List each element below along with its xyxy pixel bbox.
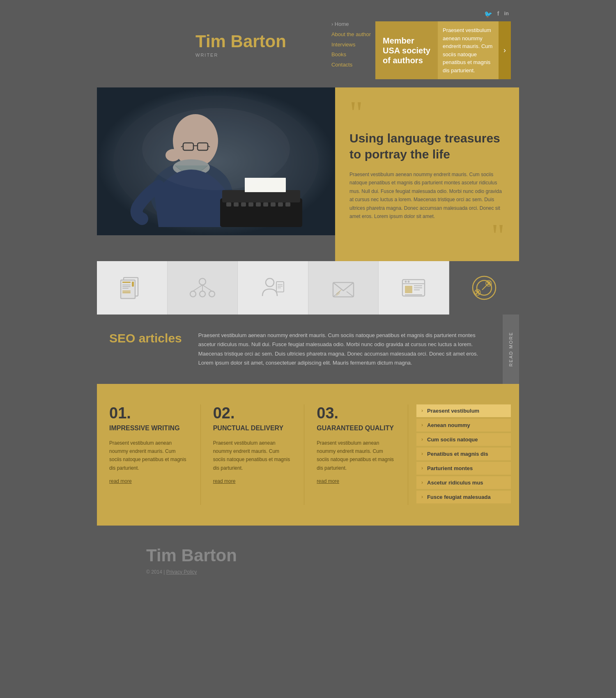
svg-line-37 — [193, 285, 202, 291]
svg-rect-20 — [278, 202, 283, 207]
feature-1-link[interactable]: read more — [109, 478, 188, 484]
svg-point-35 — [200, 291, 205, 297]
icon-cell-person-doc[interactable] — [238, 261, 308, 315]
footer: Tim Barton © 2014 | Privacy Policy — [97, 526, 519, 591]
member-arrow-button[interactable]: › — [499, 21, 511, 79]
svg-rect-28 — [122, 285, 131, 285]
feature-2-link[interactable]: read more — [213, 478, 292, 484]
nav-books[interactable]: Books — [331, 50, 371, 60]
list-item-row-3[interactable]: ›Penatibus et magnis dis — [416, 448, 511, 460]
feature-1-title: IMPRESSIVE WRITING — [109, 424, 188, 433]
member-description: Praesent vestibulum aenean noummy endrer… — [438, 21, 499, 79]
svg-point-33 — [199, 278, 206, 285]
icon-cell-browser[interactable] — [379, 261, 449, 315]
list-item-text-3: Penatibus et magnis dis — [427, 451, 488, 457]
nav-home[interactable]: › Home — [331, 19, 371, 30]
feature-3-title: GUARANTEED QUALITY — [317, 424, 395, 433]
site-tagline: WRITER — [195, 53, 286, 57]
list-item-arrow-2: › — [421, 436, 423, 442]
quote-heading: Using language treasures to portray the … — [349, 130, 505, 162]
navigation: › Home About the author Interviews Books… — [307, 19, 371, 70]
header: Tim Barton WRITER › Home About the autho… — [97, 0, 519, 87]
feature-1-body: Praesent vestibulum aenean noummy endrer… — [109, 439, 188, 473]
facebook-icon[interactable]: f — [497, 10, 499, 18]
twitter-icon[interactable]: 🐦 — [484, 10, 492, 18]
open-quote-mark: " — [349, 100, 505, 126]
quote-body: Praesent vestibulum aenean noummy endrer… — [349, 170, 505, 220]
member-label-area: MemberUSA societyof authors — [375, 21, 438, 79]
logo-area: Tim Barton WRITER — [146, 32, 286, 57]
linkedin-icon[interactable]: in — [504, 10, 509, 18]
author-photo — [97, 87, 335, 235]
svg-rect-41 — [276, 282, 284, 292]
nav-contacts[interactable]: Contacts — [331, 60, 371, 70]
svg-rect-15 — [241, 202, 246, 207]
svg-point-40 — [266, 278, 274, 287]
site-logo[interactable]: Tim Barton — [195, 32, 286, 51]
svg-rect-30 — [122, 288, 129, 289]
social-icons: 🐦 f in — [484, 10, 511, 18]
read-more-sidebar[interactable]: READ MORE — [503, 315, 519, 383]
nav-about[interactable]: About the author — [331, 30, 371, 40]
list-item-arrow-6: › — [421, 494, 423, 500]
feature-2-title: PUNCTUAL DELIVERY — [213, 424, 292, 433]
seo-section: SEO articles Praesent vestibulum aenean … — [97, 315, 519, 383]
list-item-row-5[interactable]: ›Ascetur ridiculus mus — [416, 476, 511, 489]
svg-rect-17 — [256, 202, 261, 207]
close-quote-mark: " — [349, 223, 505, 249]
feature-3: 03. GUARANTEED QUALITY Praesent vestibul… — [304, 404, 408, 505]
hero-section: " Using language treasures to portray th… — [97, 87, 519, 261]
privacy-policy-link[interactable]: Privacy Policy — [166, 569, 197, 575]
feature-2-body: Praesent vestibulum aenean noummy endrer… — [213, 439, 292, 473]
svg-point-34 — [190, 291, 196, 297]
icon-cell-strategy[interactable] — [449, 261, 519, 315]
icon-cell-mail[interactable] — [308, 261, 379, 315]
feature-3-body: Praesent vestibulum aenean noummy endrer… — [317, 439, 395, 473]
list-item-row-2[interactable]: ›Cum sociis natoque — [416, 433, 511, 446]
svg-rect-54 — [405, 286, 412, 293]
svg-point-52 — [405, 281, 407, 283]
network-icon — [188, 273, 217, 302]
list-item-arrow-3: › — [421, 451, 423, 457]
header-right: 🐦 f in MemberUSA societyof authors Praes… — [375, 10, 511, 79]
list-item-row-1[interactable]: ›Aenean noummy — [416, 419, 511, 432]
svg-point-53 — [408, 281, 410, 283]
person-document-icon — [258, 273, 287, 302]
svg-rect-31 — [122, 291, 131, 292]
svg-rect-19 — [271, 202, 276, 207]
svg-rect-18 — [263, 202, 268, 207]
feature-2: 02. PUNCTUAL DELIVERY Praesent vestibulu… — [201, 404, 305, 505]
svg-rect-32 — [122, 292, 131, 293]
svg-rect-13 — [226, 202, 231, 207]
list-item-text-6: Fusce feugiat malesuada — [427, 494, 491, 500]
news-icon — [117, 273, 146, 302]
mail-icon — [329, 273, 358, 302]
svg-line-39 — [202, 285, 212, 291]
seo-content: Praesent vestibulum aenean noummy endrer… — [194, 315, 503, 383]
svg-point-36 — [209, 291, 215, 297]
list-item-row-6[interactable]: ›Fusce feugiat malesuada — [416, 491, 511, 503]
footer-logo: Tim Barton — [146, 546, 470, 565]
svg-line-47 — [347, 292, 354, 297]
icons-row — [97, 261, 519, 315]
hero-image — [97, 87, 335, 235]
nav-interviews[interactable]: Interviews — [331, 40, 371, 50]
seo-title: SEO articles — [109, 331, 182, 346]
list-item-text-5: Ascetur ridiculus mus — [427, 480, 483, 486]
svg-point-23 — [142, 108, 290, 190]
list-item-text-2: Cum sociis natoque — [427, 436, 478, 443]
list-item-row-0[interactable]: ›Praesent vestibulum — [416, 404, 511, 417]
seo-body: Praesent vestibulum aenean noummy endrer… — [198, 331, 490, 367]
svg-line-48 — [336, 290, 341, 294]
icon-cell-network[interactable] — [168, 261, 238, 315]
icon-cell-news[interactable] — [97, 261, 168, 315]
list-item-text-1: Aenean noummy — [427, 422, 470, 428]
list-item-arrow-5: › — [421, 480, 423, 485]
member-title: MemberUSA societyof authors — [383, 36, 430, 65]
list-item-row-4[interactable]: ›Parturient montes — [416, 462, 511, 475]
svg-rect-21 — [285, 202, 290, 207]
feature-2-num: 02. — [213, 404, 292, 422]
feature-3-link[interactable]: read more — [317, 478, 395, 484]
list-area: ›Praesent vestibulum›Aenean noummy›Cum s… — [408, 404, 519, 505]
svg-rect-26 — [122, 282, 131, 283]
